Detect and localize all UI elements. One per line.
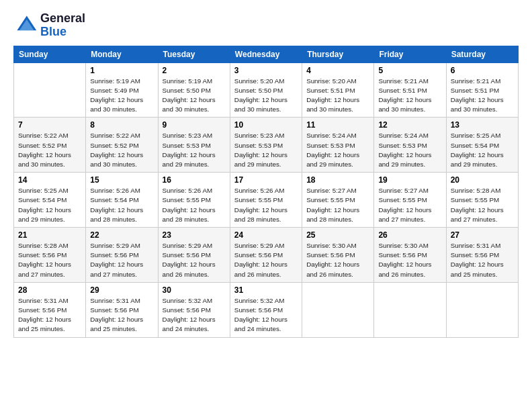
day-number: 27 <box>451 230 514 240</box>
day-number: 3 <box>234 66 298 75</box>
day-cell: 20Sunrise: 5:28 AM Sunset: 5:55 PM Dayli… <box>446 173 518 228</box>
day-cell: 25Sunrise: 5:30 AM Sunset: 5:56 PM Dayli… <box>302 228 374 283</box>
day-number: 19 <box>378 175 441 185</box>
day-cell: 13Sunrise: 5:25 AM Sunset: 5:54 PM Dayli… <box>446 118 518 173</box>
day-info: Sunrise: 5:32 AM Sunset: 5:56 PM Dayligh… <box>234 296 298 334</box>
day-number: 4 <box>306 66 369 75</box>
day-cell: 21Sunrise: 5:28 AM Sunset: 5:56 PM Dayli… <box>14 228 86 283</box>
day-cell <box>302 282 374 337</box>
day-cell: 29Sunrise: 5:31 AM Sunset: 5:56 PM Dayli… <box>86 282 158 337</box>
day-cell: 23Sunrise: 5:29 AM Sunset: 5:56 PM Dayli… <box>158 228 230 283</box>
page: General Blue SundayMondayTuesdayWednesda… <box>0 0 532 346</box>
day-number: 5 <box>378 66 441 75</box>
logo-blue-text: Blue <box>40 25 66 38</box>
day-info: Sunrise: 5:29 AM Sunset: 5:56 PM Dayligh… <box>163 241 226 279</box>
day-info: Sunrise: 5:32 AM Sunset: 5:56 PM Dayligh… <box>163 296 226 334</box>
weekday-friday: Friday <box>374 46 446 62</box>
day-number: 8 <box>90 120 153 130</box>
day-info: Sunrise: 5:27 AM Sunset: 5:55 PM Dayligh… <box>306 186 369 224</box>
weekday-sunday: Sunday <box>14 46 86 62</box>
day-cell: 14Sunrise: 5:25 AM Sunset: 5:54 PM Dayli… <box>14 173 86 228</box>
day-cell <box>14 62 86 118</box>
day-info: Sunrise: 5:23 AM Sunset: 5:53 PM Dayligh… <box>163 131 226 169</box>
day-number: 6 <box>451 66 514 75</box>
day-cell: 10Sunrise: 5:23 AM Sunset: 5:53 PM Dayli… <box>230 118 302 173</box>
day-number: 9 <box>163 120 226 130</box>
weekday-wednesday: Wednesday <box>230 46 302 62</box>
day-cell: 16Sunrise: 5:26 AM Sunset: 5:55 PM Dayli… <box>158 173 230 228</box>
day-info: Sunrise: 5:28 AM Sunset: 5:56 PM Dayligh… <box>18 241 81 279</box>
day-number: 26 <box>378 230 441 240</box>
day-info: Sunrise: 5:29 AM Sunset: 5:56 PM Dayligh… <box>234 241 298 279</box>
day-cell: 7Sunrise: 5:22 AM Sunset: 5:52 PM Daylig… <box>14 118 86 173</box>
week-row-3: 14Sunrise: 5:25 AM Sunset: 5:54 PM Dayli… <box>14 173 519 228</box>
day-info: Sunrise: 5:21 AM Sunset: 5:51 PM Dayligh… <box>451 77 514 115</box>
day-number: 25 <box>306 230 369 240</box>
day-number: 1 <box>90 66 153 75</box>
day-number: 7 <box>18 120 81 130</box>
day-info: Sunrise: 5:31 AM Sunset: 5:56 PM Dayligh… <box>90 296 153 334</box>
day-cell: 1Sunrise: 5:19 AM Sunset: 5:49 PM Daylig… <box>86 62 158 118</box>
day-info: Sunrise: 5:30 AM Sunset: 5:56 PM Dayligh… <box>306 241 369 279</box>
day-info: Sunrise: 5:22 AM Sunset: 5:52 PM Dayligh… <box>18 131 81 169</box>
day-info: Sunrise: 5:19 AM Sunset: 5:49 PM Dayligh… <box>90 77 153 115</box>
day-cell <box>374 282 446 337</box>
day-info: Sunrise: 5:24 AM Sunset: 5:53 PM Dayligh… <box>306 131 369 169</box>
day-number: 11 <box>306 120 369 130</box>
day-info: Sunrise: 5:28 AM Sunset: 5:55 PM Dayligh… <box>451 186 514 224</box>
day-info: Sunrise: 5:20 AM Sunset: 5:50 PM Dayligh… <box>234 77 298 115</box>
day-cell: 9Sunrise: 5:23 AM Sunset: 5:53 PM Daylig… <box>158 118 230 173</box>
day-number: 18 <box>306 175 369 185</box>
logo-icon <box>13 13 38 38</box>
week-row-2: 7Sunrise: 5:22 AM Sunset: 5:52 PM Daylig… <box>14 118 519 173</box>
day-cell: 2Sunrise: 5:19 AM Sunset: 5:50 PM Daylig… <box>158 62 230 118</box>
day-number: 13 <box>451 120 514 130</box>
day-info: Sunrise: 5:22 AM Sunset: 5:52 PM Dayligh… <box>90 131 153 169</box>
day-info: Sunrise: 5:29 AM Sunset: 5:56 PM Dayligh… <box>90 241 153 279</box>
day-cell: 15Sunrise: 5:26 AM Sunset: 5:54 PM Dayli… <box>86 173 158 228</box>
weekday-saturday: Saturday <box>446 46 518 62</box>
day-number: 29 <box>90 285 153 295</box>
day-cell: 24Sunrise: 5:29 AM Sunset: 5:56 PM Dayli… <box>230 228 302 283</box>
day-info: Sunrise: 5:26 AM Sunset: 5:54 PM Dayligh… <box>90 186 153 224</box>
day-info: Sunrise: 5:19 AM Sunset: 5:50 PM Dayligh… <box>163 77 226 115</box>
day-cell: 4Sunrise: 5:20 AM Sunset: 5:51 PM Daylig… <box>302 62 374 118</box>
day-number: 22 <box>90 230 153 240</box>
day-info: Sunrise: 5:25 AM Sunset: 5:54 PM Dayligh… <box>18 186 81 224</box>
logo: General Blue <box>13 12 85 39</box>
day-info: Sunrise: 5:24 AM Sunset: 5:53 PM Dayligh… <box>378 131 441 169</box>
day-cell: 26Sunrise: 5:30 AM Sunset: 5:56 PM Dayli… <box>374 228 446 283</box>
day-cell: 27Sunrise: 5:31 AM Sunset: 5:56 PM Dayli… <box>446 228 518 283</box>
week-row-5: 28Sunrise: 5:31 AM Sunset: 5:56 PM Dayli… <box>14 282 519 337</box>
day-info: Sunrise: 5:20 AM Sunset: 5:51 PM Dayligh… <box>306 77 369 115</box>
day-number: 17 <box>234 175 298 185</box>
day-info: Sunrise: 5:25 AM Sunset: 5:54 PM Dayligh… <box>451 131 514 169</box>
week-row-1: 1Sunrise: 5:19 AM Sunset: 5:49 PM Daylig… <box>14 62 519 118</box>
header: General Blue <box>13 12 519 39</box>
day-cell: 5Sunrise: 5:21 AM Sunset: 5:51 PM Daylig… <box>374 62 446 118</box>
day-info: Sunrise: 5:26 AM Sunset: 5:55 PM Dayligh… <box>234 186 298 224</box>
day-cell: 28Sunrise: 5:31 AM Sunset: 5:56 PM Dayli… <box>14 282 86 337</box>
day-info: Sunrise: 5:21 AM Sunset: 5:51 PM Dayligh… <box>378 77 441 115</box>
day-cell: 17Sunrise: 5:26 AM Sunset: 5:55 PM Dayli… <box>230 173 302 228</box>
day-cell: 22Sunrise: 5:29 AM Sunset: 5:56 PM Dayli… <box>86 228 158 283</box>
day-cell: 19Sunrise: 5:27 AM Sunset: 5:55 PM Dayli… <box>374 173 446 228</box>
day-info: Sunrise: 5:23 AM Sunset: 5:53 PM Dayligh… <box>234 131 298 169</box>
day-number: 20 <box>451 175 514 185</box>
day-info: Sunrise: 5:27 AM Sunset: 5:55 PM Dayligh… <box>378 186 441 224</box>
day-number: 12 <box>378 120 441 130</box>
day-number: 2 <box>163 66 226 75</box>
day-cell: 18Sunrise: 5:27 AM Sunset: 5:55 PM Dayli… <box>302 173 374 228</box>
day-cell <box>446 282 518 337</box>
day-number: 15 <box>90 175 153 185</box>
weekday-header-row: SundayMondayTuesdayWednesdayThursdayFrid… <box>14 46 519 62</box>
day-cell: 12Sunrise: 5:24 AM Sunset: 5:53 PM Dayli… <box>374 118 446 173</box>
day-number: 21 <box>18 230 81 240</box>
weekday-thursday: Thursday <box>302 46 374 62</box>
day-info: Sunrise: 5:31 AM Sunset: 5:56 PM Dayligh… <box>451 241 514 279</box>
day-info: Sunrise: 5:31 AM Sunset: 5:56 PM Dayligh… <box>18 296 81 334</box>
day-cell: 3Sunrise: 5:20 AM Sunset: 5:50 PM Daylig… <box>230 62 302 118</box>
day-cell: 30Sunrise: 5:32 AM Sunset: 5:56 PM Dayli… <box>158 282 230 337</box>
week-row-4: 21Sunrise: 5:28 AM Sunset: 5:56 PM Dayli… <box>14 228 519 283</box>
day-cell: 6Sunrise: 5:21 AM Sunset: 5:51 PM Daylig… <box>446 62 518 118</box>
